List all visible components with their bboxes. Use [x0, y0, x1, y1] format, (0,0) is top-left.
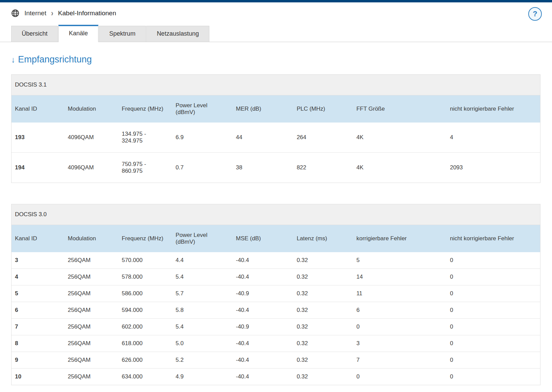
table-cell: 5.4	[172, 269, 233, 285]
table-cell: 634.000	[118, 369, 172, 385]
channel-id-cell: 10	[12, 369, 64, 385]
table-cell: 4K	[353, 153, 446, 183]
table-cell: 0	[446, 369, 540, 385]
table-cell: 134.975 - 324.975	[118, 123, 172, 153]
table-cell: 570.000	[118, 252, 172, 269]
help-button[interactable]: ?	[528, 7, 542, 21]
table-cell: 0	[353, 369, 446, 385]
table-cell: 256QAM	[64, 352, 118, 369]
table-cell: 0.32	[293, 369, 353, 385]
table-cell: 0	[446, 252, 540, 269]
tab-uebersicht[interactable]: Übersicht	[11, 26, 58, 42]
table-cell: 7	[353, 352, 446, 369]
table-cell: 2093	[446, 153, 540, 183]
table-cell: 0	[353, 319, 446, 335]
table-cell: -40.4	[232, 252, 293, 269]
column-header: PLC (MHz)	[293, 95, 353, 123]
table-cell: 4K	[353, 123, 446, 153]
table-cell: 578.000	[118, 269, 172, 285]
down-arrow-icon: ↓	[11, 55, 15, 64]
globe-icon	[11, 9, 19, 17]
table-cell: 0	[446, 352, 540, 369]
table-cell: 0	[446, 269, 540, 285]
table-cell: 0.32	[293, 285, 353, 302]
table-row: 6256QAM594.0005.8-40.40.3260	[12, 302, 540, 319]
section-title: Empfangsrichtung	[18, 54, 92, 65]
table-cell: 0.7	[172, 153, 233, 183]
table-row: 1944096QAM750.975 - 860.9750.7388224K209…	[12, 153, 540, 183]
channel-id-cell: 8	[12, 335, 64, 352]
tab-spektrum[interactable]: Spektrum	[99, 26, 146, 42]
column-header: MSE (dB)	[232, 225, 293, 252]
table-cell: 5.7	[172, 285, 233, 302]
table-cell: 0	[446, 285, 540, 302]
table-cell: 6.9	[172, 123, 233, 153]
table-cell: 586.000	[118, 285, 172, 302]
table-cell: 38	[232, 153, 293, 183]
table-cell: 4	[446, 123, 540, 153]
column-header: Kanal ID	[12, 95, 64, 123]
column-header: Frequenz (MHz)	[118, 225, 172, 252]
table-cell: 44	[232, 123, 293, 153]
table-cell: 626.000	[118, 352, 172, 369]
table-cell: 0	[446, 319, 540, 335]
column-header: Power Level (dBmV)	[172, 95, 233, 123]
column-header: Power Level (dBmV)	[172, 225, 233, 252]
channel-id-cell: 3	[12, 252, 64, 269]
table-cell: 256QAM	[64, 269, 118, 285]
breadcrumb-separator-icon: ›	[51, 8, 53, 18]
table-cell: -40.4	[232, 302, 293, 319]
column-header: Frequenz (MHz)	[118, 95, 172, 123]
table-cell: 0.32	[293, 319, 353, 335]
table-row: 5256QAM586.0005.7-40.90.32110	[12, 285, 540, 302]
table-title: DOCSIS 3.1	[12, 75, 540, 95]
table-cell: 3	[353, 335, 446, 352]
table-cell: 256QAM	[64, 285, 118, 302]
table-cell: 256QAM	[64, 252, 118, 269]
table-cell: -40.9	[232, 285, 293, 302]
table-cell: 5.4	[172, 319, 233, 335]
table-cell: 750.975 - 860.975	[118, 153, 172, 183]
section-heading-empfangsrichtung[interactable]: ↓ Empfangsrichtung	[11, 54, 540, 65]
table-cell: 4096QAM	[64, 153, 118, 183]
table-cell: 0	[446, 302, 540, 319]
table-cell: 618.000	[118, 335, 172, 352]
table-cell: 0.32	[293, 335, 353, 352]
table-cell: 11	[353, 285, 446, 302]
table-cell: 594.000	[118, 302, 172, 319]
table-cell: 4096QAM	[64, 123, 118, 153]
column-header: korrigierbare Fehler	[353, 225, 446, 252]
table-cell: 0.32	[293, 302, 353, 319]
table-row: 1934096QAM134.975 - 324.9756.9442644K4	[12, 123, 540, 153]
table-cell: 0	[446, 335, 540, 352]
breadcrumb: Internet › Kabel-Informationen ?	[0, 2, 552, 22]
tab-kanaele[interactable]: Kanäle	[58, 25, 98, 42]
column-header: MER (dB)	[232, 95, 293, 123]
table-cell: 602.000	[118, 319, 172, 335]
channel-id-cell: 7	[12, 319, 64, 335]
table-cell: 5.2	[172, 352, 233, 369]
table-cell: 256QAM	[64, 369, 118, 385]
table-cell: 256QAM	[64, 302, 118, 319]
column-header: nicht korrigierbare Fehler	[446, 225, 540, 252]
table-title: DOCSIS 3.0	[12, 204, 540, 225]
column-header: Latenz (ms)	[293, 225, 353, 252]
table-cell: 14	[353, 269, 446, 285]
table-cell: 256QAM	[64, 335, 118, 352]
column-header: Modulation	[64, 225, 118, 252]
column-header-row: Kanal IDModulationFrequenz (MHz)Power Le…	[12, 225, 540, 252]
tab-netzauslastung[interactable]: Netzauslastung	[146, 26, 209, 42]
table-cell: 4.9	[172, 369, 233, 385]
column-header: Kanal ID	[12, 225, 64, 252]
table-cell: 5	[353, 252, 446, 269]
table-row: 10256QAM634.0004.9-40.40.3200	[12, 369, 540, 385]
docsis-31-table: DOCSIS 3.1 Kanal IDModulationFrequenz (M…	[11, 74, 540, 183]
table-row: 4256QAM578.0005.4-40.40.32140	[12, 269, 540, 285]
channel-id-cell: 194	[12, 153, 64, 183]
table-cell: 6	[353, 302, 446, 319]
table-cell: -40.4	[232, 335, 293, 352]
breadcrumb-item-internet[interactable]: Internet	[24, 10, 46, 17]
table-cell: 0.32	[293, 269, 353, 285]
table-row: 8256QAM618.0005.0-40.40.3230	[12, 335, 540, 352]
table-cell: 822	[293, 153, 353, 183]
